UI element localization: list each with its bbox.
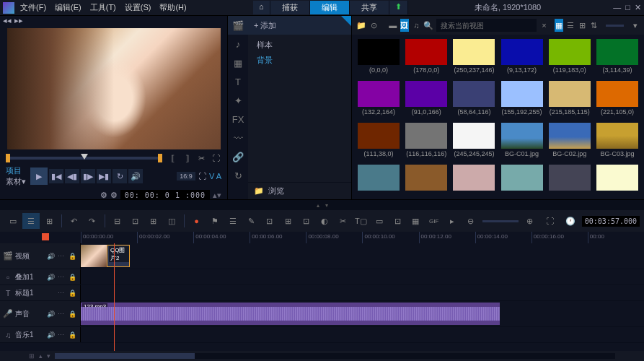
swatch-23[interactable] [595,165,640,195]
clock-icon[interactable]: 🕐 [562,213,579,229]
swatch-7[interactable]: (91,0,166) [404,81,449,118]
expand-icon[interactable]: ⛶ [210,152,221,164]
search-input[interactable] [436,19,537,32]
ruler-mark[interactable]: 00:00:02.00 [137,232,193,243]
tool-p-icon[interactable]: GIF [425,213,442,229]
tool-q-icon[interactable]: ▸ [444,213,460,229]
record-icon[interactable]: ● [188,213,205,229]
view-detail-icon[interactable]: ⊞ [578,19,586,32]
marker-icon[interactable]: ⚑ [206,213,223,229]
tab-share[interactable]: 共享 [350,1,389,14]
overlay-track-body[interactable] [81,269,644,284]
storyboard-view-icon[interactable]: ▭ [4,213,21,229]
aspect-ratio[interactable]: 16:9 [177,172,195,180]
transition-tab-icon[interactable]: ▦ [228,53,248,72]
link-tab-icon[interactable]: 🔗 [228,147,248,166]
tool-n-icon[interactable]: ⊡ [389,213,405,229]
swatch-11[interactable]: (221,105,0) [595,81,640,118]
tool-j-icon[interactable]: ◐ [316,213,332,229]
track-mute-icon[interactable]: 🔊 [47,253,56,260]
ruler-mark[interactable]: 00:00:06.00 [250,232,306,243]
minimize-icon[interactable]: — [613,3,621,12]
audio-clip[interactable]: 123.mp3 [81,303,500,325]
scrub-playhead-icon[interactable] [81,154,88,160]
video-clip-2[interactable]: QQ图片2 [107,245,130,267]
overlay-mute-icon[interactable]: 🔊 [47,274,56,281]
menu-edit[interactable]: 编辑(E) [55,2,81,13]
folder-background[interactable]: 背景 [257,53,343,68]
loop-button[interactable]: ↻ [113,169,127,183]
swatch-14[interactable]: (245,245,245) [451,123,496,160]
preview-prev-icon[interactable]: ◂◂ [3,16,12,25]
track-scroll-up-icon[interactable]: ▴ [39,352,43,360]
aspect-expand-icon[interactable]: ⛶ [198,172,206,180]
title-track-body[interactable] [81,285,644,300]
lib-import-icon[interactable]: 📁 [356,19,366,32]
audio-tab-icon[interactable]: ♪ [228,35,248,53]
voice-lock-icon[interactable]: 🔒 [69,310,77,318]
timeline-scrollbar[interactable] [55,353,615,359]
swatch-12[interactable]: (111,38,0) [356,123,401,160]
menu-settings[interactable]: 设置(S) [125,2,151,13]
search-clear-icon[interactable]: × [539,19,548,32]
media-tab-icon[interactable]: 🎬 [228,16,248,35]
video-track-body[interactable]: QQ图片2 [81,243,644,269]
va-label[interactable]: V A [209,172,221,180]
video-clip-1[interactable] [81,245,107,267]
goto-start-button[interactable]: ▮◀ [49,169,63,183]
music-mute-icon[interactable]: 🔊 [47,331,56,339]
more-tab-icon[interactable]: ↻ [228,166,248,185]
music-more-icon[interactable]: ⋯ [58,331,66,339]
add-button[interactable]: + 添加 [248,16,351,35]
preview-next-icon[interactable]: ▸▸ [14,16,23,25]
lib-capture-icon[interactable]: ⊙ [369,19,378,32]
volume-button[interactable]: 🔊 [128,169,143,183]
ruler-mark[interactable]: 00:00:00.00 [81,232,137,243]
scrub-track[interactable] [10,157,158,160]
ruler-mark[interactable]: 00:00 [588,232,644,243]
ruler-mark[interactable]: 00:00:10.00 [362,232,418,243]
ruler-mark[interactable]: 00:00:16.00 [531,232,588,243]
play-button[interactable]: ▶ [30,168,48,185]
redo-icon[interactable]: ↷ [84,213,100,229]
tool-c-icon[interactable]: ⊞ [145,213,162,229]
track-lock-icon[interactable]: 🔒 [69,253,77,260]
view-list-icon[interactable]: ☰ [566,19,575,32]
swatch-3[interactable]: (9,13,172) [500,39,544,77]
thumb-size-slider[interactable] [606,25,624,27]
multitrack-view-icon[interactable]: ⊞ [41,213,58,229]
label-material[interactable]: 素材▾ [6,176,26,187]
prev-frame-button[interactable]: ◀▮ [65,169,79,183]
browse-button[interactable]: 浏览 [268,186,284,196]
lib-collapse-icon[interactable]: ▾ [631,19,640,32]
overlay-lock-icon[interactable]: 🔒 [69,274,77,281]
path-tab-icon[interactable]: 〰 [228,129,248,147]
ruler-mark[interactable]: 00:00:12.00 [419,232,475,243]
swatch-2[interactable]: (250,237,146) [451,39,496,77]
tool-l-icon[interactable]: T▢ [353,213,369,229]
tool-m-icon[interactable]: ▭ [371,213,387,229]
tab-upload-icon[interactable]: ⬆ [389,1,408,14]
voice-track-body[interactable]: 123.mp3 [81,301,644,326]
swatch-16[interactable]: BG-C02.jpg [547,123,592,160]
view-grid-icon[interactable]: ▦ [555,19,563,32]
folder-sample[interactable]: 样本 [257,38,343,53]
close-icon[interactable]: ✕ [635,3,641,12]
music-track-body[interactable] [81,327,644,342]
swatch-13[interactable]: (116,116,116) [404,123,449,160]
voice-more-icon[interactable]: ⋯ [58,310,66,318]
sort-icon[interactable]: ⇅ [590,19,599,32]
swatch-1[interactable]: (178,0,0) [404,39,449,77]
tool-i-icon[interactable]: ⊡ [298,213,314,229]
overlay-more-icon[interactable]: ⋯ [58,274,66,281]
maximize-icon[interactable]: □ [625,3,630,12]
tool-b-icon[interactable]: ⊡ [127,213,144,229]
ruler-mark[interactable]: 00:00:14.00 [475,232,531,243]
mark-out-icon[interactable]: ⟧ [181,152,193,164]
menu-tools[interactable]: 工具(T) [90,2,116,13]
panel-handle2-icon[interactable]: ▾ [325,202,328,209]
lib-search-icon[interactable]: 🔍 [423,19,433,32]
swatch-0[interactable]: (0,0,0) [356,39,401,77]
lib-filter-image-icon[interactable]: 🖼 [400,19,409,32]
swatch-20[interactable] [451,165,496,195]
